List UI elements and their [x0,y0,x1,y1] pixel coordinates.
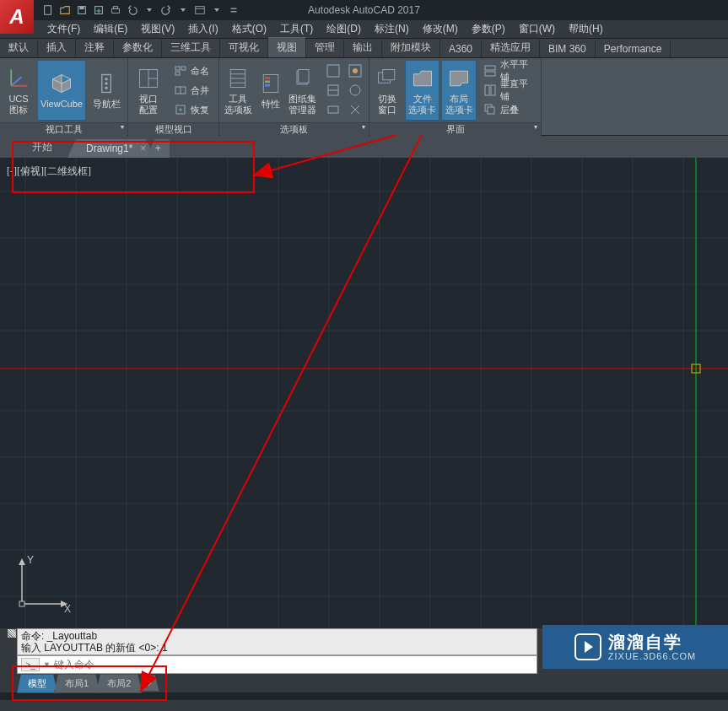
join-viewports-button[interactable]: 合并 [170,81,213,100]
title-bar: A Autodesk AutoCAD 2017 [0,0,728,20]
ribbon-tab-parametric[interactable]: 参数化 [114,38,162,57]
svg-rect-4 [112,8,120,13]
status-bar [0,692,728,700]
ribbon-tab-manage[interactable]: 管理 [306,38,344,57]
layout-tab-2[interactable]: 布局2 [96,674,142,693]
properties-icon [257,70,284,97]
tile-vertical-button[interactable]: 垂直平铺 [480,81,537,100]
named-views-button[interactable]: 命名 [170,62,213,80]
qat-redo-dropdown-icon[interactable] [175,3,191,18]
file-tabs-button[interactable]: 文件 选项卡 [405,60,440,121]
panel-viewport-tools: UCS 图标 ViewCube 导航栏 视口工具 [0,58,128,135]
menu-modify[interactable]: 修改(M) [416,22,465,36]
palette-icon-6[interactable] [345,100,365,119]
menu-file[interactable]: 文件(F) [40,22,87,36]
ribbon-tab-addins[interactable]: 附加模块 [382,38,440,57]
drawing-area[interactable]: [-][俯视][二维线框] Y X [0,158,728,628]
menu-dimension[interactable]: 标注(N) [368,22,416,36]
tile-h-icon [483,64,497,78]
ribbon-tab-visualize[interactable]: 可视化 [220,38,268,57]
layout-tabs-button[interactable]: 布局 选项卡 [441,60,477,121]
menu-insert[interactable]: 插入(I) [181,22,224,36]
sheet-set-icon [289,65,316,92]
svg-point-14 [105,78,108,81]
menu-window[interactable]: 窗口(W) [512,22,562,36]
svg-point-41 [350,85,360,95]
svg-rect-5 [113,7,117,9]
file-tab-start[interactable]: 开始 [17,137,76,158]
ribbon-tab-bim360[interactable]: BIM 360 [540,40,596,57]
qat-new-icon[interactable] [40,3,56,18]
restore-viewport-label: 恢复 [191,104,209,116]
qat-save-icon[interactable] [74,3,89,18]
palette-icon-4[interactable] [345,81,365,100]
svg-rect-47 [485,85,489,95]
viewport-label[interactable]: [-][俯视][二维线框] [7,164,91,179]
menu-view[interactable]: 视图(V) [134,22,181,36]
palette-icon-5[interactable] [323,100,343,119]
qat-equals-icon[interactable] [226,3,241,18]
command-line[interactable]: >_ ▼ [17,655,537,674]
menu-parametric[interactable]: 参数(P) [465,22,512,36]
ribbon-tab-output[interactable]: 输出 [344,38,382,57]
menu-format[interactable]: 格式(O) [225,22,273,36]
command-prompt-icon[interactable]: >_ [21,658,40,671]
switch-windows-button[interactable]: 切换 窗口 [371,60,403,121]
navbar-label: 导航栏 [93,99,121,110]
restore-viewport-button[interactable]: 恢复 [170,100,213,119]
restore-icon [174,103,187,116]
navbar-button[interactable]: 导航栏 [88,60,125,121]
layout-tab-1[interactable]: 布局1 [54,674,100,693]
svg-rect-2 [79,7,84,10]
viewcube-button[interactable]: ViewCube [37,60,86,121]
viewport-config-button[interactable]: 视口 配置 [130,60,167,121]
ribbon-tab-a360[interactable]: A360 [440,40,482,57]
layout-tabs-label: 布局 选项卡 [445,94,473,116]
switch-windows-label: 切换 窗口 [378,94,396,116]
layout-tab-add-button[interactable]: + [138,675,159,692]
ucs-indicator[interactable]: Y X [12,555,71,617]
file-tab-drawing1[interactable]: Drawing1* [67,139,154,158]
svg-rect-21 [181,67,186,70]
ribbon-tab-featured[interactable]: 精选应用 [482,38,540,57]
command-input[interactable] [54,659,533,671]
qat-print-icon[interactable] [108,3,123,18]
svg-rect-33 [265,84,270,87]
qat-undo-dropdown-icon[interactable] [142,3,157,18]
app-logo[interactable]: A [0,0,34,34]
panel-palettes-title[interactable]: 选项板 [219,122,369,136]
command-dropdown-icon[interactable]: ▼ [43,660,51,669]
palette-icon-3[interactable] [323,81,343,100]
ucs-icon-button[interactable]: UCS 图标 [2,60,35,121]
layout-tab-model[interactable]: 模型 [17,674,57,693]
ribbon-tab-3dtools[interactable]: 三维工具 [162,38,220,57]
palette-icon-1[interactable] [323,62,343,80]
menu-draw[interactable]: 绘图(D) [320,22,368,36]
ribbon-tab-view[interactable]: 视图 [268,37,306,57]
properties-label: 特性 [262,99,280,110]
panel-viewport-tools-title[interactable]: 视口工具 [0,122,127,136]
menu-edit[interactable]: 编辑(E) [87,22,134,36]
panel-interface-title[interactable]: 界面 [369,122,541,136]
menu-tools[interactable]: 工具(T) [273,22,320,36]
ribbon-tab-default[interactable]: 默认 [0,38,38,57]
qat-workspace-dropdown-icon[interactable] [209,3,224,18]
menu-help[interactable]: 帮助(H) [562,22,610,36]
qat-undo-icon[interactable] [125,3,140,18]
navbar-icon [93,70,120,97]
qat-redo-icon[interactable] [159,3,174,18]
sheet-set-button[interactable]: 图纸集 管理器 [286,60,320,121]
ribbon-tab-performance[interactable]: Performance [596,40,671,57]
qat-open-icon[interactable] [57,3,73,18]
tool-palettes-button[interactable]: 工具 选项板 [221,60,255,121]
panel-interface: 切换 窗口 文件 选项卡 布局 选项卡 水平平铺 垂直平铺 层叠 界面 [369,58,542,135]
cascade-button[interactable]: 层叠 [480,100,537,119]
ribbon-tab-insert[interactable]: 插入 [38,38,76,57]
ribbon-tab-annotate[interactable]: 注释 [76,38,114,57]
qat-workspace-icon[interactable] [192,3,208,18]
palette-icon-2[interactable] [345,62,365,80]
svg-point-16 [105,87,108,90]
qat-saveas-icon[interactable] [91,3,106,18]
file-tab-bar: 开始 Drawing1* + [0,136,728,158]
properties-button[interactable]: 特性 [256,60,284,121]
